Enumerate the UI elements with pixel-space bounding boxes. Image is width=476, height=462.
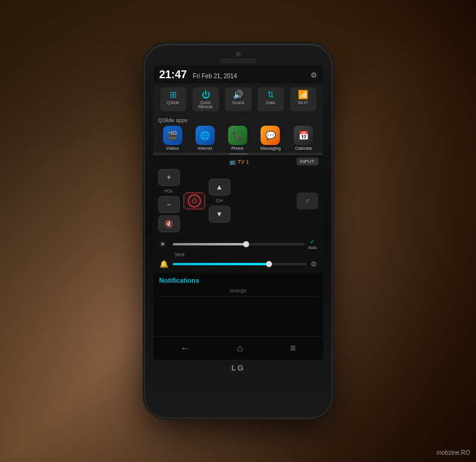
back-button[interactable]: ← xyxy=(178,340,193,356)
phone-device: 21:47 Fri Feb 21, 2014 ⚙ ⊞ QSlide ⏻ Quic… xyxy=(145,45,332,417)
mute-button[interactable]: 🔇 xyxy=(158,215,180,232)
phone-bottom: LG xyxy=(150,363,327,372)
phone-label: Phone xyxy=(231,146,243,150)
vol-up-button[interactable]: + xyxy=(158,169,180,186)
qslide-toggle[interactable]: ⊞ QSlide xyxy=(160,87,187,111)
calendar-label: Calendar xyxy=(295,146,312,150)
auto-check-icon: ✓ xyxy=(310,238,315,245)
input-button[interactable]: INPUT xyxy=(297,158,318,165)
wifi-label: Wi-Fi xyxy=(298,100,308,105)
watermark: mobzine.RO xyxy=(436,449,470,456)
drag-line xyxy=(229,153,247,155)
status-icons: ⚙ xyxy=(311,71,317,79)
quick-remote-icon: ⏻ xyxy=(202,90,210,99)
sound-toggle[interactable]: 🔊 Sound xyxy=(225,87,252,111)
auto-label: Auto xyxy=(308,245,317,250)
tv-label: 📺 TV 1 xyxy=(182,159,297,165)
app-calendar[interactable]: 📅 Calendar xyxy=(294,126,313,150)
speaker-grille xyxy=(220,59,256,63)
quick-toggles: ⊞ QSlide ⏻ QuickRemote 🔊 Sound ⇅ Data 📶 xyxy=(153,84,323,115)
app-internet[interactable]: 🌐 Internet xyxy=(196,126,215,150)
notifications-section: Notifications orange xyxy=(153,273,323,336)
notifications-title: Notifications xyxy=(159,277,317,284)
brightness-icon: ☀ xyxy=(159,240,169,248)
qslide-label: QSlide xyxy=(167,100,179,105)
remote-header: 📺 TV 1 INPUT xyxy=(158,158,318,165)
internet-label: Internet xyxy=(198,146,212,150)
videos-icon: 🎬 xyxy=(163,126,182,145)
remote-controls: + VOL − 🔇 ⏻ ▲ CH ▼ xyxy=(158,169,318,232)
clock: 21:47 xyxy=(159,69,187,81)
brightness-thumb xyxy=(243,241,249,247)
volume-settings-icon[interactable]: ⚙ xyxy=(311,260,317,268)
lg-logo: LG xyxy=(231,363,244,372)
expand-button[interactable]: ⤢ xyxy=(297,192,318,209)
volume-slider-row: 🔔 ⚙ xyxy=(159,260,317,268)
internet-icon: 🌐 xyxy=(196,126,215,145)
menu-button[interactable]: ≡ xyxy=(288,340,298,356)
settings-icon[interactable]: ⚙ xyxy=(311,71,317,79)
phone-icon: 📞 xyxy=(228,126,247,145)
phone-screen: 21:47 Fri Feb 21, 2014 ⚙ ⊞ QSlide ⏻ Quic… xyxy=(153,65,323,360)
center-column: ⏻ xyxy=(184,192,205,209)
ch-up-button[interactable]: ▲ xyxy=(209,179,230,196)
qslide-title: QSlide apps xyxy=(158,117,318,123)
vol-down-button[interactable]: − xyxy=(158,196,180,213)
app-phone[interactable]: 📞 Phone xyxy=(228,126,247,150)
messaging-label: Messaging xyxy=(261,146,281,150)
messaging-icon: 💬 xyxy=(261,126,280,145)
app-videos[interactable]: 🎬 Videos xyxy=(163,126,182,150)
quick-remote-toggle[interactable]: ⏻ QuickRemote xyxy=(193,87,219,111)
notification-item: orange xyxy=(159,288,317,294)
brightness-row: ☀ ✓ Auto xyxy=(159,238,317,250)
data-icon: ⇅ xyxy=(267,90,274,99)
expand-column: ⤢ xyxy=(297,192,318,209)
camera-dot xyxy=(236,52,241,57)
videos-label: Videos xyxy=(166,146,179,150)
ch-label: CH xyxy=(216,198,223,203)
volume-thumb xyxy=(266,261,272,267)
data-label: Data xyxy=(266,100,275,105)
quick-remote-label: QuickRemote xyxy=(198,100,213,109)
volume-slider[interactable] xyxy=(173,263,307,265)
app-messaging[interactable]: 💬 Messaging xyxy=(261,126,281,150)
sound-icon: 🔊 xyxy=(233,90,243,99)
volume-column: + VOL − 🔇 xyxy=(158,169,180,232)
power-button[interactable]: ⏻ xyxy=(184,192,205,209)
wifi-icon: 📶 xyxy=(298,90,308,99)
ringtone-icon: 🔔 xyxy=(159,260,169,268)
brightness-fill xyxy=(173,243,247,245)
ch-down-button[interactable]: ▼ xyxy=(209,206,230,223)
power-icon: ⏻ xyxy=(188,194,201,208)
brightness-slider[interactable] xyxy=(173,243,305,245)
status-bar: 21:47 Fri Feb 21, 2014 ⚙ xyxy=(153,65,323,84)
sound-label: Sound xyxy=(232,100,244,105)
wifi-toggle[interactable]: 📶 Wi-Fi xyxy=(290,87,317,111)
brightness-percent: 56% xyxy=(175,252,185,257)
qslide-section: QSlide apps 🎬 Videos 🌐 Internet 📞 Phone xyxy=(153,115,323,153)
auto-section: ✓ Auto xyxy=(308,238,317,250)
quick-remote-panel: 📺 TV 1 INPUT + VOL − 🔇 ⏻ xyxy=(153,155,323,236)
vol-label: VOL xyxy=(164,188,173,194)
volume-fill xyxy=(173,263,270,265)
nav-bar: ← ⌂ ≡ xyxy=(153,336,323,360)
notif-divider xyxy=(159,296,317,297)
date: Fri Feb 21, 2014 xyxy=(193,73,237,79)
phone-top xyxy=(150,52,327,63)
qslide-icon: ⊞ xyxy=(170,90,177,99)
data-toggle[interactable]: ⇅ Data xyxy=(258,87,284,111)
channel-column: ▲ CH ▼ xyxy=(209,179,230,223)
home-button[interactable]: ⌂ xyxy=(235,340,246,356)
calendar-icon: 📅 xyxy=(294,126,313,145)
qslide-apps: 🎬 Videos 🌐 Internet 📞 Phone 💬 Messaging xyxy=(158,126,318,150)
sliders-section: ☀ ✓ Auto 56% 🔔 xyxy=(153,236,323,273)
